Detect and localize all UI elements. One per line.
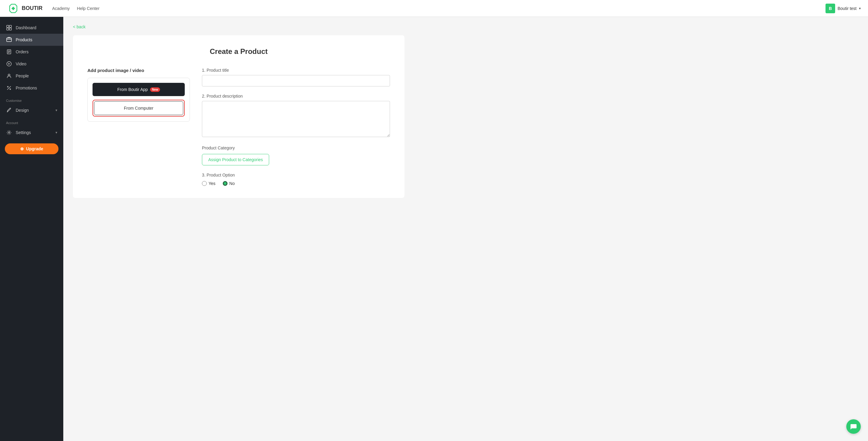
sidebar-item-orders[interactable]: Orders <box>0 46 63 58</box>
sidebar-label-design: Design <box>16 108 29 113</box>
account-section-label: Account <box>0 116 63 127</box>
main-content: < back Create a Product Add product imag… <box>63 17 868 441</box>
radio-yes-input[interactable] <box>202 181 207 186</box>
product-description-input[interactable] <box>202 101 390 137</box>
sidebar-item-video[interactable]: Video <box>0 58 63 70</box>
sidebar-item-products[interactable]: Products <box>0 34 63 46</box>
chat-bubble-button[interactable] <box>846 419 861 434</box>
radio-no-option[interactable]: No <box>223 181 235 186</box>
sidebar: Dashboard Products Orders Video People <box>0 17 63 441</box>
radio-yes-option[interactable]: Yes <box>202 181 216 186</box>
new-badge: New <box>150 87 160 92</box>
sidebar-label-people: People <box>16 73 29 78</box>
store-chevron-icon: ▾ <box>859 6 861 10</box>
products-icon <box>6 37 12 43</box>
sidebar-label-video: Video <box>16 61 27 66</box>
design-chevron-icon: ▾ <box>56 108 57 113</box>
help-center-link[interactable]: Help Center <box>77 6 99 11</box>
orders-icon <box>6 49 12 55</box>
product-title-label: 1. Product title <box>202 68 390 72</box>
svg-point-11 <box>8 132 10 133</box>
svg-point-10 <box>10 89 11 90</box>
customise-section-label: Customise <box>0 94 63 104</box>
image-upload-area: From Boutir App New From Computer <box>87 78 190 122</box>
svg-rect-4 <box>9 28 11 30</box>
svg-rect-2 <box>9 25 11 27</box>
svg-rect-3 <box>7 28 9 30</box>
settings-icon <box>6 129 12 135</box>
radio-no-input[interactable] <box>223 181 227 186</box>
from-boutir-button[interactable]: From Boutir App New <box>93 83 185 96</box>
product-title-input[interactable] <box>202 75 390 87</box>
form-body: Add product image / video From Boutir Ap… <box>87 68 390 186</box>
sidebar-item-dashboard[interactable]: Dashboard <box>0 22 63 34</box>
academy-link[interactable]: Academy <box>52 6 70 11</box>
image-upload-section: Add product image / video From Boutir Ap… <box>87 68 190 186</box>
product-category-label: Product Category <box>202 146 390 150</box>
image-section-title: Add product image / video <box>87 68 190 73</box>
svg-point-8 <box>8 74 10 76</box>
svg-rect-5 <box>7 38 11 41</box>
upgrade-icon: ⊕ <box>20 147 24 151</box>
logo[interactable]: BOUTIR <box>7 2 42 14</box>
sidebar-item-design[interactable]: Design ▾ <box>0 104 63 116</box>
assign-category-button[interactable]: Assign Product to Categories <box>202 154 269 165</box>
upgrade-button[interactable]: ⊕ Upgrade <box>5 144 59 154</box>
dashboard-icon <box>6 25 12 31</box>
form-fields: 1. Product title 2. Product description … <box>202 68 390 186</box>
create-product-card: Create a Product Add product image / vid… <box>73 35 404 198</box>
upgrade-label: Upgrade <box>26 147 43 151</box>
sidebar-label-orders: Orders <box>16 50 29 54</box>
video-icon <box>6 61 12 67</box>
radio-yes-label: Yes <box>209 181 216 186</box>
top-navigation: BOUTIR Academy Help Center B Boutir test… <box>0 0 868 17</box>
sidebar-label-products: Products <box>16 37 32 42</box>
from-computer-button[interactable]: From Computer <box>94 101 183 115</box>
product-description-label: 2. Product description <box>202 94 390 98</box>
store-avatar: B <box>826 4 835 13</box>
design-icon <box>6 107 12 113</box>
app-layout: Dashboard Products Orders Video People <box>0 17 868 441</box>
sidebar-label-settings: Settings <box>16 130 31 135</box>
store-selector[interactable]: B Boutir test ▾ <box>826 4 861 13</box>
sidebar-item-people[interactable]: People <box>0 70 63 82</box>
sidebar-label-promotions: Promotions <box>16 86 37 90</box>
settings-chevron-icon: ▾ <box>56 130 57 135</box>
logo-text: BOUTIR <box>22 5 42 11</box>
promotions-icon <box>6 85 12 91</box>
people-icon <box>6 73 12 79</box>
sidebar-item-settings[interactable]: Settings ▾ <box>0 127 63 138</box>
svg-rect-1 <box>7 25 9 27</box>
from-computer-label: From Computer <box>124 106 153 111</box>
svg-point-9 <box>7 87 8 87</box>
sidebar-label-dashboard: Dashboard <box>16 25 36 30</box>
from-boutir-label: From Boutir App <box>117 87 148 92</box>
back-link[interactable]: < back <box>73 24 86 29</box>
product-option-label: 3. Product Option <box>202 172 390 178</box>
store-name: Boutir test <box>838 6 857 11</box>
radio-no-label: No <box>229 181 235 186</box>
product-option-radio-group: Yes No <box>202 181 390 186</box>
from-computer-wrapper: From Computer <box>93 100 185 117</box>
form-title: Create a Product <box>87 47 390 56</box>
sidebar-item-promotions[interactable]: Promotions <box>0 82 63 94</box>
nav-links: Academy Help Center <box>52 6 816 11</box>
